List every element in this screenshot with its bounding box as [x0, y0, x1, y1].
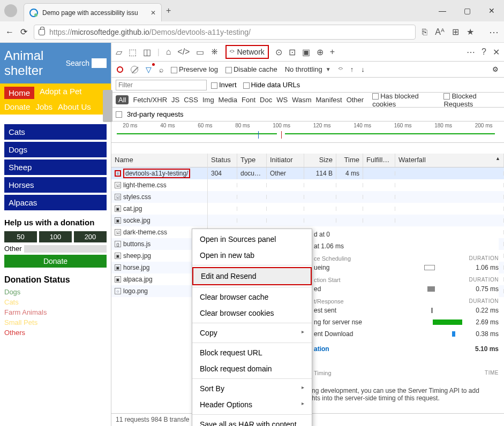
- network-conditions-icon[interactable]: ⌔: [338, 65, 343, 73]
- type-filter-js[interactable]: JS: [171, 96, 179, 104]
- disable-cache-checkbox[interactable]: [225, 67, 232, 73]
- close-window-button[interactable]: ✕: [479, 6, 504, 15]
- type-filter-all[interactable]: All: [116, 95, 129, 104]
- settings-gear-icon[interactable]: ⚙: [492, 65, 499, 73]
- col-type[interactable]: Type: [237, 154, 267, 167]
- nav-about[interactable]: About Us: [58, 102, 91, 111]
- amount-100[interactable]: 100: [39, 231, 72, 242]
- type-filter-wasm[interactable]: Wasm: [292, 96, 311, 104]
- col-initiator[interactable]: Initiator: [267, 154, 304, 167]
- more-tools-icon[interactable]: ⋯: [467, 47, 475, 57]
- maximize-button[interactable]: ▢: [455, 6, 479, 15]
- menu-open-in-sources-panel[interactable]: Open in Sources panel: [192, 231, 312, 247]
- dock-icon[interactable]: ◫: [143, 47, 151, 57]
- sources-tab-icon[interactable]: ⛯: [210, 47, 219, 57]
- browser-tab[interactable]: Demo page with accessibility issu ✕: [24, 3, 162, 21]
- preserve-log-checkbox[interactable]: [171, 67, 177, 73]
- favorite-star-icon[interactable]: ★: [467, 27, 474, 37]
- reader-icon[interactable]: Aᴬ: [435, 27, 445, 37]
- menu-block-request-url[interactable]: Block request URL: [192, 345, 312, 361]
- refresh-button[interactable]: ⟳: [20, 27, 27, 37]
- minimize-button[interactable]: —: [430, 6, 455, 15]
- table-row[interactable]: ☑styles.css: [111, 191, 504, 203]
- donate-button[interactable]: Donate: [4, 255, 107, 268]
- menu-edit-and-resend[interactable]: Edit and Resend: [192, 267, 312, 285]
- search-input[interactable]: [92, 58, 107, 68]
- menu-save-all-as-har-with-content[interactable]: Save all as HAR with content: [192, 416, 312, 426]
- console-tab-icon[interactable]: ▭: [196, 47, 204, 57]
- category-alpacas[interactable]: Alpacas: [4, 195, 107, 210]
- device-icon[interactable]: ⬚: [129, 47, 137, 57]
- throttling-select[interactable]: No throttling: [285, 65, 322, 73]
- network-tab[interactable]: ⌔ Network: [225, 45, 268, 59]
- type-filter-other[interactable]: Other: [347, 96, 364, 104]
- table-row[interactable]: ▣socke.jpg: [111, 215, 504, 226]
- menu-header-options[interactable]: Header Options▸: [192, 397, 312, 413]
- copy-icon[interactable]: ⎘: [422, 27, 427, 37]
- col-size[interactable]: Size: [304, 154, 336, 167]
- filter-input[interactable]: [116, 80, 207, 90]
- close-devtools-icon[interactable]: ✕: [493, 47, 500, 57]
- memory-tab-icon[interactable]: ⊡: [289, 47, 296, 57]
- inspect-icon[interactable]: ▱: [116, 47, 122, 57]
- menu-sort-by[interactable]: Sort By▸: [192, 381, 312, 397]
- record-button[interactable]: [117, 66, 123, 73]
- lock-icon[interactable]: [39, 29, 45, 35]
- type-filter-font[interactable]: Font: [242, 96, 255, 104]
- category-sheep[interactable]: Sheep: [4, 159, 107, 175]
- import-har-icon[interactable]: ↑: [350, 65, 354, 73]
- other-input[interactable]: [24, 245, 107, 253]
- has-blocked-checkbox[interactable]: Has blocked cookies: [372, 92, 435, 108]
- elements-tab-icon[interactable]: </>: [177, 47, 190, 57]
- category-dogs[interactable]: Dogs: [4, 142, 107, 157]
- collections-icon[interactable]: ⊞: [452, 27, 459, 37]
- page-scrollbar[interactable]: [103, 90, 112, 122]
- type-filter-manifest[interactable]: Manifest: [315, 96, 342, 104]
- more-menu-icon[interactable]: ⋯: [489, 26, 499, 38]
- menu-open-in-new-tab[interactable]: Open in new tab: [192, 247, 312, 263]
- type-filter-media[interactable]: Media: [219, 96, 237, 104]
- category-cats[interactable]: Cats: [4, 124, 107, 140]
- table-row[interactable]: ▣cat.jpg: [111, 203, 504, 215]
- type-filter-ws[interactable]: WS: [276, 96, 288, 104]
- filter-toggle-icon[interactable]: ▽: [146, 65, 152, 74]
- back-button[interactable]: ←: [5, 27, 14, 37]
- security-tab-icon[interactable]: ⊕: [317, 47, 324, 57]
- menu-clear-browser-cookies[interactable]: Clear browser cookies: [192, 305, 312, 321]
- help-icon[interactable]: ?: [482, 47, 486, 57]
- third-party-checkbox[interactable]: [116, 111, 122, 118]
- menu-clear-browser-cache[interactable]: Clear browser cache: [192, 289, 312, 305]
- type-filter-img[interactable]: Img: [202, 96, 214, 104]
- export-har-icon[interactable]: ↓: [361, 65, 365, 73]
- profile-avatar[interactable]: [4, 4, 17, 17]
- welcome-tab-icon[interactable]: ⌂: [166, 47, 171, 57]
- table-row[interactable]: ☑light-theme.css: [111, 179, 504, 191]
- blocked-requests-checkbox[interactable]: Blocked Requests: [443, 92, 500, 108]
- col-time[interactable]: Time: [336, 154, 363, 167]
- more-tabs-icon[interactable]: +: [330, 47, 335, 57]
- nav-jobs[interactable]: Jobs: [35, 102, 52, 111]
- new-tab-button[interactable]: +: [166, 6, 171, 16]
- type-filter-css[interactable]: CSS: [184, 96, 198, 104]
- col-fulfilled[interactable]: Fulfille...: [363, 154, 395, 167]
- nav-adopt[interactable]: Adopt a Pet: [40, 87, 81, 99]
- nav-donate[interactable]: Donate: [4, 102, 30, 111]
- type-filter-doc[interactable]: Doc: [260, 96, 272, 104]
- menu-copy[interactable]: Copy▸: [192, 325, 312, 341]
- nav-home[interactable]: Home: [4, 87, 34, 99]
- address-bar[interactable]: https://microsoftedge.github.io/Demos/de…: [34, 25, 416, 40]
- amount-50[interactable]: 50: [4, 231, 37, 242]
- amount-200[interactable]: 200: [74, 231, 107, 242]
- invert-checkbox[interactable]: [211, 82, 217, 89]
- performance-tab-icon[interactable]: ⊙: [275, 47, 282, 57]
- table-row[interactable]: ≡devtools-a11y-testing/304docu…Other114 …: [111, 168, 504, 179]
- type-filter-fetchxhr[interactable]: Fetch/XHR: [133, 96, 167, 104]
- col-waterfall[interactable]: Waterfall ▲: [395, 154, 504, 167]
- close-tab-icon[interactable]: ✕: [151, 9, 156, 17]
- col-name[interactable]: Name: [111, 154, 208, 167]
- menu-block-request-domain[interactable]: Block request domain: [192, 361, 312, 377]
- search-icon[interactable]: ⌕: [159, 65, 163, 74]
- hide-data-urls-checkbox[interactable]: [243, 82, 250, 89]
- overview-timeline[interactable]: 20 ms40 ms60 ms80 ms100 ms120 ms140 ms16…: [111, 121, 504, 143]
- category-horses[interactable]: Horses: [4, 177, 107, 193]
